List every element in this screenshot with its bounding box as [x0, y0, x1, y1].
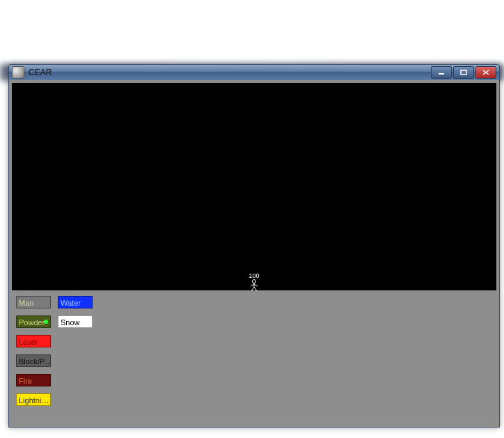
tool-palette: Man Water Powder Snow Laser Block/P… Fir… — [16, 296, 93, 413]
client-area: 100 Man Water Powder Snow Laser Block/P…… — [12, 83, 496, 424]
tool-row: Fire — [16, 374, 93, 386]
app-window: CEAR 100 Man Water Powder Snow — [8, 64, 500, 428]
app-icon — [12, 66, 24, 79]
svg-rect-1 — [461, 70, 466, 75]
tool-block[interactable]: Block/P… — [16, 354, 51, 367]
tool-powder[interactable]: Powder — [16, 315, 51, 328]
maximize-button[interactable] — [453, 66, 474, 79]
tool-snow[interactable]: Snow — [58, 315, 93, 328]
tool-row: Man Water — [16, 296, 93, 308]
tool-row: Lightni… — [16, 393, 93, 406]
tool-lightning[interactable]: Lightni… — [16, 393, 51, 406]
minimize-icon — [438, 70, 445, 75]
minimize-button[interactable] — [431, 66, 452, 79]
tool-row: Block/P… — [16, 354, 93, 367]
maximize-icon — [460, 70, 467, 75]
player-hp-value: 100 — [249, 272, 259, 279]
close-icon — [482, 70, 489, 75]
tool-row: Powder Snow — [16, 315, 93, 328]
close-button[interactable] — [475, 66, 496, 79]
titlebar[interactable]: CEAR — [9, 65, 499, 80]
svg-rect-0 — [439, 73, 444, 75]
tool-row: Laser — [16, 335, 93, 347]
svg-point-2 — [253, 280, 256, 283]
player-stick-figure — [249, 279, 260, 292]
tool-laser[interactable]: Laser — [16, 335, 51, 347]
tool-fire[interactable]: Fire — [16, 374, 51, 386]
tool-man[interactable]: Man — [16, 296, 51, 308]
simulation-canvas[interactable] — [12, 83, 496, 290]
tool-water[interactable]: Water — [58, 296, 93, 308]
window-title: CEAR — [29, 68, 52, 77]
